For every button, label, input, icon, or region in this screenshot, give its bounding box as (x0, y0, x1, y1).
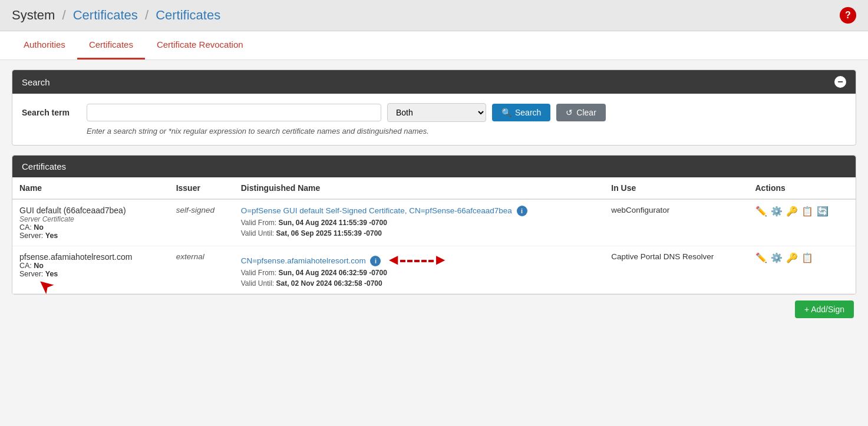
search-row: Search term Both Name Distinguished Name… (22, 103, 846, 122)
main-content: Search − Search term Both Name Distingui… (0, 60, 868, 333)
gear-icon[interactable]: ⚙️ (771, 206, 783, 217)
gear-icon[interactable]: ⚙️ (771, 252, 783, 263)
expand-right-arrow: ▶ (436, 253, 445, 266)
cert-issuer-cell: self-signed (169, 199, 234, 246)
add-sign-button[interactable]: + Add/Sign (795, 300, 854, 318)
key-icon[interactable]: 🔑 (786, 206, 798, 217)
breadcrumb: System / Certificates / Certificates (12, 8, 220, 23)
cert-inuse-cell: Captive Portal DNS Resolver (604, 246, 748, 294)
breadcrumb-sep1: / (62, 8, 65, 22)
breadcrumb-sep2: / (145, 8, 148, 22)
search-scope-select[interactable]: Both Name Distinguished Name (387, 103, 486, 122)
table-header-row: Name Issuer Distinguished Name In Use Ac… (12, 177, 856, 199)
cert-valid-until: Valid Until: Sat, 06 Sep 2025 11:55:39 -… (241, 229, 598, 237)
cert-inuse: Captive Portal DNS Resolver (611, 252, 714, 261)
cert-actions-cell: ✏️ ⚙️ 🔑 📋 🔄 (748, 199, 856, 246)
key-icon[interactable]: 🔑 (786, 252, 798, 263)
search-panel-body: Search term Both Name Distinguished Name… (12, 94, 856, 145)
expand-dashes (400, 260, 434, 262)
cert-server: Server: Yes (19, 232, 162, 240)
table-row: GUI default (66afceaad7bea) Server Certi… (12, 199, 856, 246)
cert-name-cell: pfsense.afamiahotelresort.com CA: No Ser… (12, 246, 169, 294)
search-panel-header: Search − (12, 70, 856, 94)
col-issuer: Issuer (169, 177, 234, 199)
cert-inuse: webConfigurator (611, 206, 669, 214)
certificates-panel: Certificates Name Issuer Distinguished N… (12, 155, 856, 295)
cert-inuse-cell: webConfigurator (604, 199, 748, 246)
search-panel-title: Search (22, 77, 50, 87)
tab-authorities[interactable]: Authorities (12, 31, 77, 60)
col-name: Name (12, 177, 169, 199)
help-icon[interactable]: ? (840, 7, 856, 24)
info-icon[interactable]: i (517, 206, 527, 216)
cert-server: Server: Yes (19, 270, 132, 278)
cert-ca: CA: No (19, 262, 132, 270)
breadcrumb-bar: System / Certificates / Certificates ? (0, 0, 868, 31)
cert-name-cell: GUI default (66afceaad7bea) Server Certi… (12, 199, 169, 246)
copy-icon[interactable]: 📋 (801, 252, 813, 263)
cert-name: pfsense.afamiahotelresort.com (19, 252, 132, 262)
breadcrumb-current: Certificates (156, 8, 220, 22)
edit-icon[interactable]: ✏️ (755, 252, 767, 263)
tab-certificates[interactable]: Certificates (77, 31, 145, 60)
info-icon[interactable]: i (370, 256, 381, 266)
certificates-panel-header: Certificates (12, 156, 856, 177)
cert-issuer: self-signed (176, 206, 214, 214)
search-input[interactable] (87, 104, 381, 121)
search-term-label: Search term (22, 108, 81, 117)
cert-dn-main: O=pfSense GUI default Self-Signed Certif… (241, 206, 598, 216)
cert-name: GUI default (66afceaad7bea) (19, 206, 162, 215)
tab-revocation[interactable]: Certificate Revocation (145, 31, 255, 60)
search-collapse-button[interactable]: − (834, 76, 846, 88)
action-icons: ✏️ ⚙️ 🔑 📋 🔄 (755, 206, 849, 217)
col-inuse: In Use (604, 177, 748, 199)
table-row: pfsense.afamiahotelresort.com CA: No Ser… (12, 246, 856, 294)
cert-actions-cell: ✏️ ⚙️ 🔑 📋 (748, 246, 856, 294)
search-button[interactable]: 🔍 Search (492, 104, 550, 121)
cert-issuer: external (176, 252, 204, 261)
action-icons: ✏️ ⚙️ 🔑 📋 (755, 252, 849, 263)
cert-valid-from: Valid From: Sun, 04 Aug 2024 06:32:59 -0… (241, 269, 598, 277)
edit-icon[interactable]: ✏️ (755, 206, 767, 217)
cert-valid-until: Valid Until: Sat, 02 Nov 2024 06:32:58 -… (241, 279, 598, 288)
cert-ca: CA: No (19, 223, 162, 232)
certificates-table: Name Issuer Distinguished Name In Use Ac… (12, 177, 856, 294)
search-hint: Enter a search string or *nix regular ex… (87, 127, 846, 136)
cert-dn-main: CN=pfsense.afamiahotelresort.com i ◀ (241, 252, 598, 266)
refresh-icon: ↺ (566, 108, 573, 117)
expand-left-arrow: ◀ (389, 253, 398, 266)
cert-type: Server Certificate (19, 215, 162, 223)
breadcrumb-mid[interactable]: Certificates (73, 8, 138, 22)
bottom-bar: + Add/Sign (12, 295, 856, 324)
col-actions: Actions (748, 177, 856, 199)
cert-issuer-cell: external (169, 246, 234, 294)
col-dn: Distinguished Name (234, 177, 605, 199)
tabs-bar: Authorities Certificates Certificate Rev… (0, 31, 868, 60)
certificates-panel-title: Certificates (22, 161, 66, 171)
cert-valid-from: Valid From: Sun, 04 Aug 2024 11:55:39 -0… (241, 219, 598, 227)
search-icon: 🔍 (501, 108, 511, 117)
breadcrumb-root: System (12, 8, 55, 22)
cert-dn-cell: O=pfSense GUI default Self-Signed Certif… (234, 199, 605, 246)
clear-button[interactable]: ↺ Clear (556, 104, 605, 121)
copy-icon[interactable]: 📋 (801, 206, 813, 217)
renew-icon[interactable]: 🔄 (817, 206, 829, 217)
cert-dn-cell: CN=pfsense.afamiahotelresort.com i ◀ (234, 246, 605, 294)
search-panel: Search − Search term Both Name Distingui… (12, 70, 856, 146)
